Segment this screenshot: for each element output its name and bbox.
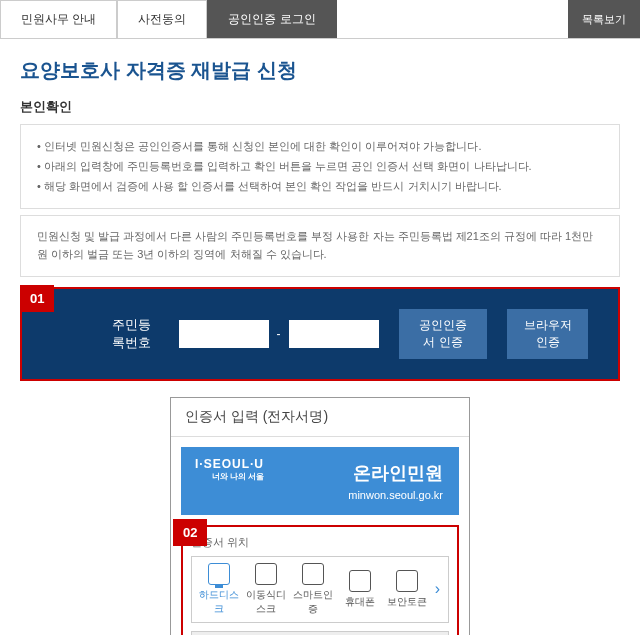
cert-dialog: 인증서 입력 (전자서명) I·SEOUL·U 너와 나의 서울 온라인민원 m… xyxy=(170,397,470,635)
loc-smartcert[interactable]: 스마트인증 xyxy=(290,563,337,616)
rrn-input-2[interactable] xyxy=(289,320,379,348)
banner-sub: minwon.seoul.go.kr xyxy=(197,489,443,501)
loc-hdd[interactable]: 하드디스크 xyxy=(196,563,243,616)
info-item: 아래의 입력창에 주민등록번호를 입력하고 확인 버튼을 누르면 공인 인증서 … xyxy=(37,157,603,177)
rrn-dash: - xyxy=(277,327,281,341)
cert-table: 구분 사용자 만료일 발급자 은행개인 김 2021-03-27 금융결제원 은… xyxy=(191,631,449,635)
info-box: 인터넷 민원신청은 공인인증서를 통해 신청인 본인에 대한 확인이 이루어져야… xyxy=(20,124,620,209)
page-title: 요양보호사 자격증 재발급 신청 xyxy=(0,39,640,98)
rrn-label: 주민등록번호 xyxy=(112,316,163,352)
section-label: 본인확인 xyxy=(20,98,620,116)
list-button[interactable]: 목록보기 xyxy=(568,0,640,38)
col-type: 구분 xyxy=(192,631,266,635)
cert-auth-button[interactable]: 공인인증서 인증 xyxy=(399,309,488,359)
warning-box: 민원신청 및 발급 과정에서 다른 사람의 주민등록번호를 부정 사용한 자는 … xyxy=(20,215,620,276)
step-badge-01: 01 xyxy=(20,285,54,312)
col-expiry: 만료일 xyxy=(310,631,380,635)
loc-next-arrow[interactable]: › xyxy=(431,580,444,598)
rrn-box: 주민등록번호 - 공인인증서 인증 브라우저 인증 xyxy=(20,287,620,381)
cert-location-box: 인증서 위치 하드디스크 이동식디스크 스마트인증 휴대폰 xyxy=(181,525,459,635)
rrn-input-1[interactable] xyxy=(179,320,269,348)
phone-icon xyxy=(349,570,371,592)
cert-banner: I·SEOUL·U 너와 나의 서울 온라인민원 minwon.seoul.go… xyxy=(181,447,459,515)
loc-removable[interactable]: 이동식디스크 xyxy=(243,563,290,616)
browser-auth-button[interactable]: 브라우저 인증 xyxy=(507,309,588,359)
info-item: 인터넷 민원신청은 공인인증서를 통해 신청인 본인에 대한 확인이 이루어져야… xyxy=(37,137,603,157)
token-icon xyxy=(396,570,418,592)
cert-dialog-title: 인증서 입력 (전자서명) xyxy=(171,398,469,437)
loc-phone[interactable]: 휴대폰 xyxy=(337,570,384,609)
banner-logo: I·SEOUL·U 너와 나의 서울 xyxy=(195,457,264,482)
info-item: 해당 화면에서 검증에 사용 할 인증서를 선택하여 본인 확인 작업을 반드시… xyxy=(37,177,603,197)
usb-icon xyxy=(255,563,277,585)
monitor-icon xyxy=(208,563,230,585)
tab-info[interactable]: 민원사무 안내 xyxy=(0,0,117,38)
loc-token[interactable]: 보안토큰 xyxy=(384,570,431,609)
tab-cert-login[interactable]: 공인인증 로그인 xyxy=(207,0,336,38)
step-badge-02: 02 xyxy=(173,519,207,546)
col-issuer: 발급자 xyxy=(380,631,449,635)
smart-icon xyxy=(302,563,324,585)
tab-agree[interactable]: 사전동의 xyxy=(117,0,207,38)
cert-location-label: 인증서 위치 xyxy=(191,535,449,550)
col-user: 사용자 xyxy=(266,631,310,635)
